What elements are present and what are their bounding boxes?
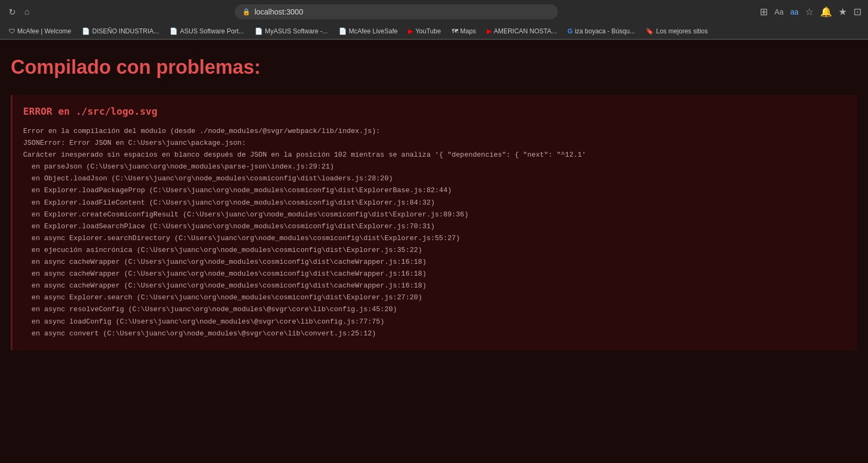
bookmark-label: MyASUS Software -... [265, 27, 328, 35]
doc-icon-2: 📄 [170, 27, 178, 35]
bookmark-diseno-industrial[interactable]: 📄 DISEÑO INDUSTRIA... [78, 26, 163, 37]
yt-icon-2: ▶ [487, 27, 492, 35]
youtube-icon: ▶ [408, 27, 413, 35]
reading-mode-icon[interactable]: Aa [774, 8, 783, 16]
doc-icon-3: 📄 [255, 27, 263, 35]
maps-icon: 🗺 [452, 27, 458, 35]
error-file-label: ERROR en ./src/logo.svg [23, 106, 846, 117]
bookmark-mcafee-welcome[interactable]: 🛡 McAfee | Welcome [4, 26, 75, 37]
bookmark-label: AMERICAN NOSTA... [494, 27, 557, 35]
grid-icon[interactable]: ⊞ [760, 6, 768, 18]
bookmark-label: iza boyaca - Búsqu... [575, 27, 635, 35]
bookmark-asus-software-port[interactable]: 📄 ASUS Software Port... [165, 26, 248, 37]
notifications-icon[interactable]: 🔔 [820, 6, 832, 18]
browser-right-icons: ⊞ Aa aa ☆ 🔔 ★ ⊡ [760, 6, 862, 18]
doc-icon-1: 📄 [82, 27, 90, 35]
bookmark-youtube[interactable]: ▶ YouTube [404, 26, 445, 37]
bookmark-label: Maps [460, 27, 476, 35]
home-button[interactable]: ⌂ [22, 6, 32, 17]
bookmark-iza-boyaca[interactable]: G iza boyaca - Búsqu... [563, 26, 639, 37]
bookmark-american-nosta[interactable]: ▶ AMERICAN NOSTA... [482, 26, 561, 37]
reload-button[interactable]: ↻ [6, 6, 17, 17]
favorites-icon[interactable]: ☆ [805, 6, 814, 18]
browser-nav-icons: ↻ ⌂ [6, 6, 32, 17]
bookmark-mcafee-livesafe[interactable]: 📄 McAfee LiveSafe [334, 26, 402, 37]
bookmark-label: DISEÑO INDUSTRIA... [92, 27, 159, 35]
bookmark-los-mejores-sitios[interactable]: 🔖 Los mejores sitios [641, 26, 712, 37]
browser-chrome: ↻ ⌂ 🔒 localhost:3000 ⊞ Aa aa ☆ 🔔 ★ ⊡ 🛡 M… [0, 0, 868, 40]
lock-icon: 🔒 [242, 8, 250, 16]
error-box: ERROR en ./src/logo.svg Error en la comp… [11, 95, 857, 350]
url-text: localhost:3000 [255, 8, 303, 16]
bookmark-label: ASUS Software Port... [180, 27, 244, 35]
mcafee-icon: 🛡 [9, 27, 15, 35]
page-title: Compilado con problemas: [11, 56, 857, 79]
bookmark-icon: 🔖 [646, 27, 654, 35]
aa-icon[interactable]: aa [790, 8, 799, 16]
address-bar[interactable]: 🔒 localhost:3000 [235, 4, 558, 19]
main-content: Compilado con problemas: ERROR en ./src/… [0, 40, 868, 461]
sidebar-icon[interactable]: ⊡ [853, 6, 862, 18]
collections-icon[interactable]: ★ [838, 6, 847, 18]
browser-toolbar: ↻ ⌂ 🔒 localhost:3000 ⊞ Aa aa ☆ 🔔 ★ ⊡ [0, 0, 868, 24]
bookmark-myasus-software[interactable]: 📄 MyASUS Software -... [250, 26, 332, 37]
bookmark-maps[interactable]: 🗺 Maps [447, 26, 480, 37]
bookmarks-bar: 🛡 McAfee | Welcome 📄 DISEÑO INDUSTRIA...… [0, 24, 868, 39]
bookmark-label: McAfee LiveSafe [349, 27, 398, 35]
doc-icon-4: 📄 [339, 27, 347, 35]
bookmark-label: McAfee | Welcome [17, 27, 71, 35]
bookmark-label: YouTube [415, 27, 440, 35]
error-body: Error en la compilación del módulo (desd… [23, 125, 846, 340]
bookmark-label: Los mejores sitios [656, 27, 708, 35]
google-icon: G [568, 27, 572, 35]
